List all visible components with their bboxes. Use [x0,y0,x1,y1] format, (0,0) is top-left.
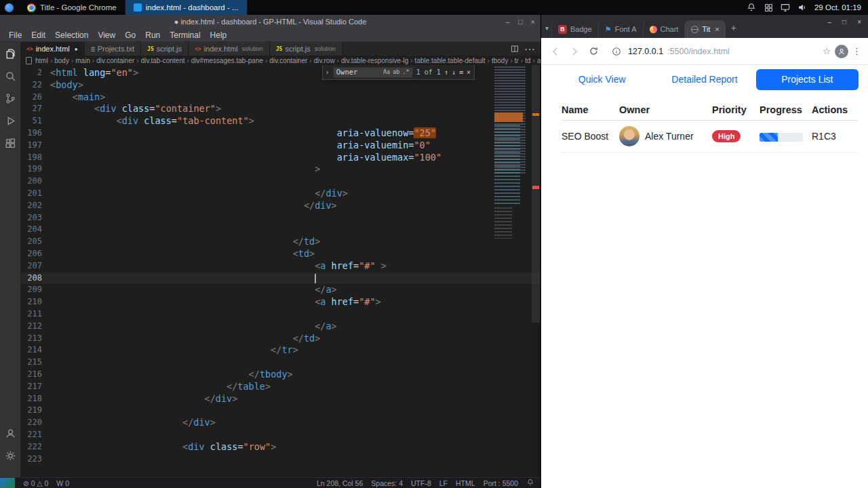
nav-pill-projects-list[interactable]: Projects List [756,69,859,90]
tab-search-caret-icon[interactable]: ▾ [545,24,549,32]
code-line[interactable]: 211 [20,308,540,321]
code-line[interactable]: 221 [20,429,540,441]
breadcrumb-item[interactable]: div.tab-content [141,57,185,64]
breadcrumb-item[interactable]: td [525,57,530,64]
chrome-minimize-button[interactable]: – [828,18,832,26]
editor-tab[interactable]: <>index.htmlsolution [189,42,270,56]
menu-item-file[interactable]: File [4,30,26,40]
scrollbar-thumb[interactable] [532,65,540,323]
code-line[interactable]: 202 </div> [20,200,540,212]
actions-cell[interactable]: R1C3 [812,121,859,152]
extensions-icon[interactable] [4,137,16,149]
w-indicator[interactable]: W 0 [56,479,69,487]
menu-item-edit[interactable]: Edit [26,30,50,40]
breadcrumb-item[interactable]: div#messages.tab-pane [191,57,263,64]
code-line[interactable]: 217 </table> [20,381,540,393]
account-icon[interactable] [4,427,16,439]
vscode-titlebar[interactable]: ● index.html - dashboard - GP-HTML - Vis… [0,15,540,28]
applications-menu-icon[interactable] [5,3,14,12]
taskbar-window-chrome[interactable]: Title - Google Chrome [19,0,125,15]
whole-word-button[interactable]: ab [393,66,399,79]
code-line[interactable]: 214 </tr> [20,344,540,357]
bookmark-star-icon[interactable]: ☆ [823,46,831,56]
source-control-icon[interactable] [4,92,16,104]
code-line[interactable]: 218 </div> [20,393,540,405]
profile-avatar-icon[interactable] [835,45,848,58]
editor-tab[interactable]: ≡Projects.txt [85,42,141,56]
tab-close-icon[interactable]: × [715,25,719,33]
code-line[interactable]: 198 aria-valuemax="100" [20,152,540,164]
code-line[interactable]: 213 </td> [20,333,540,345]
code-editor[interactable]: 2<html lang="en">22<body>26 <main>27 <di… [20,65,540,477]
remote-indicator[interactable] [0,478,15,488]
find-next-button[interactable]: ↓ [452,66,456,79]
menu-item-run[interactable]: Run [140,30,165,40]
language-mode[interactable]: HTML [456,479,475,487]
more-actions-icon[interactable]: ⋯ [524,43,535,56]
code-line[interactable]: 205 </td> [20,236,540,248]
reload-icon[interactable] [586,44,601,59]
code-line[interactable]: 201 </div> [20,188,540,200]
code-line[interactable]: 222 <div class="row"> [20,441,540,453]
code-line[interactable]: 208 [20,272,540,285]
breadcrumb-item[interactable]: main [75,57,90,64]
code-line[interactable]: 197 aria-valuemin="0" [20,140,540,152]
code-line[interactable]: 51 <div class="tab-content"> [20,115,540,127]
find-prev-button[interactable]: ↑ [444,66,448,79]
code-line[interactable]: 220 </div> [20,417,540,429]
eol-setting[interactable]: LF [439,479,448,487]
display-icon[interactable] [781,3,791,13]
browser-tab[interactable]: ⚑Font A [598,20,643,38]
code-line[interactable]: 223 [20,453,540,466]
code-line[interactable]: 206 <td> [20,248,540,260]
match-case-button[interactable]: Aa [383,66,390,79]
workspaces-grid-icon[interactable] [764,3,774,13]
code-line[interactable]: 219 [20,405,540,417]
modified-dot-icon[interactable]: ● [75,46,78,52]
nav-pill-quick-view[interactable]: Quick View [551,69,653,90]
editor-tab[interactable]: <>index.html● [20,42,85,56]
find-close-button[interactable]: × [467,66,471,79]
breadcrumb-item[interactable]: tr [515,57,519,64]
find-input[interactable]: Owner Aa ab .* [333,67,413,78]
settings-gear-icon[interactable] [4,449,16,462]
vscode-close-button[interactable]: × [531,18,535,26]
find-in-selection-button[interactable]: ≡ [459,66,463,79]
chrome-close-button[interactable]: × [857,18,861,26]
notifications-bell-icon[interactable] [747,3,757,13]
browser-menu-icon[interactable]: ⋮ [852,46,861,56]
search-icon[interactable] [4,70,16,82]
code-line[interactable]: 216 </tbody> [20,369,540,381]
menu-item-selection[interactable]: Selection [50,30,93,40]
editor-tab[interactable]: JSscript.jssolution [270,42,342,56]
find-toggle-chevron-icon[interactable]: › [325,66,330,79]
browser-tab[interactable]: Tit× [684,20,725,38]
indentation-setting[interactable]: Spaces: 4 [371,479,403,487]
code-line[interactable]: 26 <main> [20,92,540,104]
breadcrumb-item[interactable]: tbody [492,57,508,64]
code-line[interactable]: 210 <a href="#"> [20,296,540,308]
site-info-icon[interactable] [609,44,624,59]
vscode-maximize-button[interactable]: □ [518,18,523,26]
taskbar-window-vscode[interactable]: index.html - dashboard - ... [125,0,248,15]
browser-tab[interactable]: Chart [643,20,685,38]
minimap[interactable] [492,65,531,268]
vscode-minimize-button[interactable]: – [506,18,510,26]
breadcrumb-item[interactable]: div.table-responsive-lg [341,57,408,64]
encoding-setting[interactable]: UTF-8 [411,479,431,487]
cursor-position[interactable]: Ln 208, Col 56 [317,479,363,487]
menu-item-go[interactable]: Go [120,30,140,40]
breadcrumb-item[interactable]: table.table.table-default [415,57,486,64]
breadcrumb-item[interactable]: div.container [96,57,134,64]
breadcrumb-item[interactable]: body [54,57,69,64]
browser-tab[interactable]: BBadge [551,20,598,38]
forward-icon[interactable] [567,44,582,59]
split-editor-icon[interactable] [511,45,519,53]
menu-item-terminal[interactable]: Terminal [165,30,205,40]
breadcrumb-item[interactable]: div.container [269,57,307,64]
live-server-port[interactable]: Port : 5500 [484,479,518,487]
back-icon[interactable] [548,44,563,59]
address-bar[interactable]: 127.0.0.1:5500/index.html [605,44,818,59]
code-line[interactable]: 203 [20,212,540,224]
new-tab-button[interactable]: + [731,22,736,33]
